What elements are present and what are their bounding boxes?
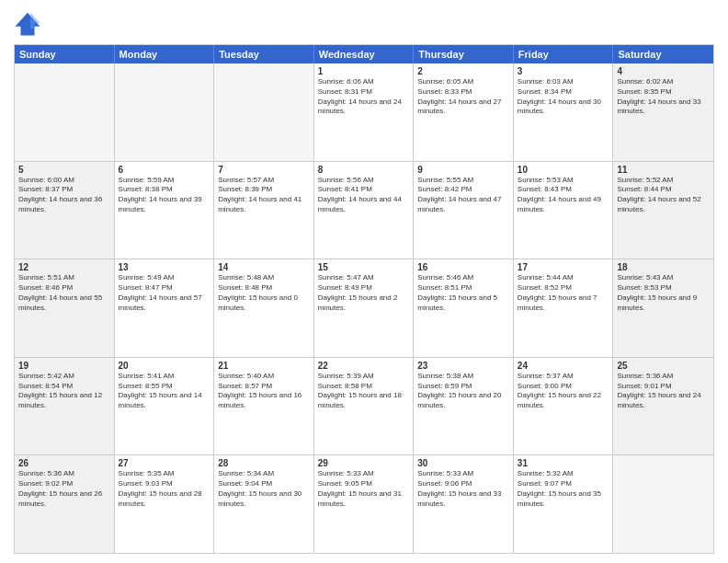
day-cell-26: 26Sunrise: 5:36 AM Sunset: 9:02 PM Dayli… — [15, 455, 115, 553]
empty-cell-0-2 — [214, 63, 314, 161]
calendar-row-0: 1Sunrise: 6:06 AM Sunset: 8:31 PM Daylig… — [15, 63, 713, 161]
day-number: 19 — [18, 361, 110, 371]
day-cell-19: 19Sunrise: 5:42 AM Sunset: 8:54 PM Dayli… — [15, 358, 115, 455]
day-cell-5: 5Sunrise: 6:00 AM Sunset: 8:37 PM Daylig… — [15, 162, 115, 259]
day-number: 22 — [318, 361, 410, 371]
day-cell-20: 20Sunrise: 5:41 AM Sunset: 8:55 PM Dayli… — [115, 358, 215, 455]
day-number: 23 — [417, 361, 509, 371]
day-cell-7: 7Sunrise: 5:57 AM Sunset: 8:39 PM Daylig… — [214, 162, 314, 259]
day-cell-4: 4Sunrise: 6:02 AM Sunset: 8:35 PM Daylig… — [613, 63, 713, 161]
day-number: 15 — [318, 262, 410, 272]
day-cell-30: 30Sunrise: 5:33 AM Sunset: 9:06 PM Dayli… — [414, 455, 514, 553]
header — [14, 9, 714, 37]
day-info: Sunrise: 5:59 AM Sunset: 8:38 PM Dayligh… — [119, 176, 210, 215]
header-cell-sunday: Sunday — [15, 45, 115, 63]
empty-cell-0-1 — [115, 63, 215, 161]
calendar-row-1: 5Sunrise: 6:00 AM Sunset: 8:37 PM Daylig… — [15, 161, 713, 259]
day-number: 3 — [518, 66, 609, 76]
calendar-row-2: 12Sunrise: 5:51 AM Sunset: 8:46 PM Dayli… — [15, 259, 713, 357]
day-info: Sunrise: 5:39 AM Sunset: 8:58 PM Dayligh… — [318, 372, 410, 411]
day-number: 1 — [318, 66, 410, 76]
day-number: 8 — [318, 165, 410, 175]
day-number: 20 — [119, 361, 210, 371]
day-info: Sunrise: 5:33 AM Sunset: 9:06 PM Dayligh… — [417, 469, 509, 509]
calendar-row-4: 26Sunrise: 5:36 AM Sunset: 9:02 PM Dayli… — [15, 454, 713, 553]
day-cell-18: 18Sunrise: 5:43 AM Sunset: 8:53 PM Dayli… — [613, 259, 713, 357]
day-cell-9: 9Sunrise: 5:55 AM Sunset: 8:42 PM Daylig… — [414, 162, 514, 259]
day-number: 5 — [18, 165, 110, 175]
day-info: Sunrise: 5:44 AM Sunset: 8:52 PM Dayligh… — [518, 273, 609, 313]
day-info: Sunrise: 5:49 AM Sunset: 8:47 PM Dayligh… — [119, 273, 210, 313]
header-cell-friday: Friday — [514, 45, 614, 63]
day-number: 26 — [18, 458, 110, 468]
day-info: Sunrise: 5:36 AM Sunset: 9:01 PM Dayligh… — [617, 372, 710, 411]
calendar: SundayMondayTuesdayWednesdayThursdayFrid… — [14, 44, 714, 554]
header-cell-tuesday: Tuesday — [214, 45, 314, 63]
day-info: Sunrise: 5:42 AM Sunset: 8:54 PM Dayligh… — [18, 372, 110, 411]
day-cell-11: 11Sunrise: 5:52 AM Sunset: 8:44 PM Dayli… — [613, 162, 713, 259]
day-info: Sunrise: 5:43 AM Sunset: 8:53 PM Dayligh… — [617, 273, 710, 313]
day-cell-6: 6Sunrise: 5:59 AM Sunset: 8:38 PM Daylig… — [115, 162, 215, 259]
day-cell-29: 29Sunrise: 5:33 AM Sunset: 9:05 PM Dayli… — [314, 455, 415, 553]
day-info: Sunrise: 5:53 AM Sunset: 8:43 PM Dayligh… — [518, 176, 609, 215]
day-cell-12: 12Sunrise: 5:51 AM Sunset: 8:46 PM Dayli… — [15, 259, 115, 357]
day-info: Sunrise: 5:34 AM Sunset: 9:04 PM Dayligh… — [218, 469, 310, 509]
calendar-row-3: 19Sunrise: 5:42 AM Sunset: 8:54 PM Dayli… — [15, 357, 713, 455]
day-number: 10 — [518, 165, 609, 175]
day-number: 14 — [218, 262, 310, 272]
day-info: Sunrise: 5:56 AM Sunset: 8:41 PM Dayligh… — [318, 176, 410, 215]
page: SundayMondayTuesdayWednesdayThursdayFrid… — [0, 0, 728, 563]
day-number: 17 — [518, 262, 609, 272]
day-info: Sunrise: 5:35 AM Sunset: 9:03 PM Dayligh… — [119, 469, 210, 509]
day-cell-28: 28Sunrise: 5:34 AM Sunset: 9:04 PM Dayli… — [214, 455, 314, 553]
day-info: Sunrise: 5:55 AM Sunset: 8:42 PM Dayligh… — [417, 176, 509, 215]
day-number: 24 — [518, 361, 609, 371]
day-cell-27: 27Sunrise: 5:35 AM Sunset: 9:03 PM Dayli… — [115, 455, 215, 553]
day-info: Sunrise: 6:06 AM Sunset: 8:31 PM Dayligh… — [318, 77, 410, 117]
day-number: 30 — [417, 458, 509, 468]
svg-marker-0 — [16, 13, 40, 36]
day-number: 28 — [218, 458, 310, 468]
day-number: 25 — [617, 361, 710, 371]
day-cell-15: 15Sunrise: 5:47 AM Sunset: 8:49 PM Dayli… — [314, 259, 415, 357]
day-number: 4 — [617, 66, 710, 76]
day-number: 16 — [417, 262, 509, 272]
day-number: 11 — [617, 165, 710, 175]
header-cell-wednesday: Wednesday — [314, 45, 415, 63]
day-info: Sunrise: 5:41 AM Sunset: 8:55 PM Dayligh… — [119, 372, 210, 411]
day-cell-31: 31Sunrise: 5:32 AM Sunset: 9:07 PM Dayli… — [514, 455, 614, 553]
header-cell-monday: Monday — [115, 45, 215, 63]
day-info: Sunrise: 5:36 AM Sunset: 9:02 PM Dayligh… — [18, 469, 110, 509]
logo-icon — [14, 9, 41, 37]
day-cell-17: 17Sunrise: 5:44 AM Sunset: 8:52 PM Dayli… — [514, 259, 614, 357]
day-info: Sunrise: 5:40 AM Sunset: 8:57 PM Dayligh… — [218, 372, 310, 411]
day-info: Sunrise: 5:57 AM Sunset: 8:39 PM Dayligh… — [218, 176, 310, 215]
day-cell-24: 24Sunrise: 5:37 AM Sunset: 9:00 PM Dayli… — [514, 358, 614, 455]
day-number: 18 — [617, 262, 710, 272]
header-cell-thursday: Thursday — [414, 45, 514, 63]
calendar-header: SundayMondayTuesdayWednesdayThursdayFrid… — [15, 45, 713, 63]
calendar-body: 1Sunrise: 6:06 AM Sunset: 8:31 PM Daylig… — [15, 63, 713, 553]
day-number: 9 — [417, 165, 509, 175]
day-number: 12 — [18, 262, 110, 272]
day-info: Sunrise: 6:02 AM Sunset: 8:35 PM Dayligh… — [617, 77, 710, 117]
day-info: Sunrise: 5:37 AM Sunset: 9:00 PM Dayligh… — [518, 372, 609, 411]
day-cell-16: 16Sunrise: 5:46 AM Sunset: 8:51 PM Dayli… — [414, 259, 514, 357]
logo — [14, 9, 45, 37]
header-cell-saturday: Saturday — [613, 45, 713, 63]
day-cell-10: 10Sunrise: 5:53 AM Sunset: 8:43 PM Dayli… — [514, 162, 614, 259]
day-number: 29 — [318, 458, 410, 468]
day-info: Sunrise: 5:48 AM Sunset: 8:48 PM Dayligh… — [218, 273, 310, 313]
empty-cell-4-6 — [613, 455, 713, 553]
day-number: 31 — [518, 458, 609, 468]
day-cell-21: 21Sunrise: 5:40 AM Sunset: 8:57 PM Dayli… — [214, 358, 314, 455]
day-info: Sunrise: 5:46 AM Sunset: 8:51 PM Dayligh… — [417, 273, 509, 313]
day-cell-22: 22Sunrise: 5:39 AM Sunset: 8:58 PM Dayli… — [314, 358, 415, 455]
day-number: 7 — [218, 165, 310, 175]
day-info: Sunrise: 5:33 AM Sunset: 9:05 PM Dayligh… — [318, 469, 410, 509]
day-cell-23: 23Sunrise: 5:38 AM Sunset: 8:59 PM Dayli… — [414, 358, 514, 455]
empty-cell-0-0 — [15, 63, 115, 161]
day-number: 13 — [119, 262, 210, 272]
day-info: Sunrise: 6:05 AM Sunset: 8:33 PM Dayligh… — [417, 77, 509, 117]
day-info: Sunrise: 5:47 AM Sunset: 8:49 PM Dayligh… — [318, 273, 410, 313]
